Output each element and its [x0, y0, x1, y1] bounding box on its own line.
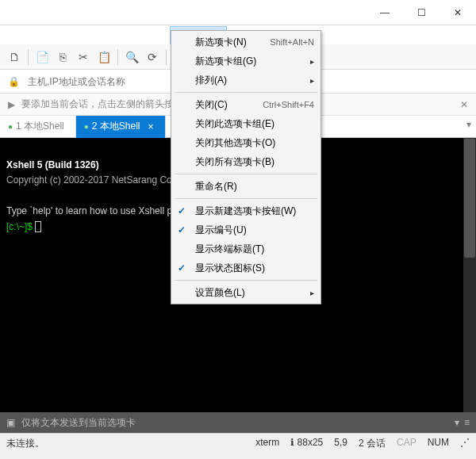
cursor-icon [35, 221, 41, 232]
menuitem-label: 显示编号(U) [195, 224, 314, 237]
status-cap: CAP [397, 437, 416, 450]
open-icon[interactable]: 📄 [33, 48, 52, 67]
menuitem-show-newtab-button[interactable]: ✓ 显示新建选项卡按钮(W) [173, 201, 319, 220]
tabs-dropdown-menu: 新选项卡(N) Shift+Alt+N 新选项卡组(G) ▸ 排列(A) ▸ 关… [171, 30, 321, 304]
menuitem-label: 显示终端标题(T) [195, 243, 314, 256]
menu-separator [175, 280, 317, 281]
find-icon[interactable]: 🔍 [122, 48, 141, 67]
submenu-arrow-icon: ▸ [310, 76, 314, 85]
menuitem-close[interactable]: 关闭(C) Ctrl+Shift+F4 [173, 95, 319, 114]
tab-label: 2 本地Shell [92, 120, 140, 133]
send-menu-icon[interactable]: ≡ [464, 417, 470, 428]
submenu-arrow-icon: ▸ [310, 289, 314, 297]
minimize-button[interactable]: — [367, 0, 403, 25]
menuitem-show-number[interactable]: ✓ 显示编号(U) [173, 220, 319, 239]
menuitem-label: 关闭所有选项卡(B) [195, 155, 314, 169]
separator [117, 49, 118, 65]
tab-label: 1 本地Shell [16, 120, 64, 133]
resize-grip-icon[interactable]: ⋰ [460, 437, 470, 450]
status-size: ℹ 88x25 [290, 437, 323, 450]
status-dot-icon: ● [84, 122, 89, 131]
status-cursor-pos: 5,9 [334, 437, 347, 450]
check-icon: ✓ [178, 262, 186, 273]
menu-separator [175, 174, 317, 174]
menu-separator [175, 198, 317, 199]
send-dropdown-icon[interactable]: ▾ [455, 417, 459, 428]
menuitem-label: 关闭(C) [195, 98, 263, 112]
menuitem-set-color[interactable]: 设置颜色(L) ▸ [173, 283, 319, 302]
new-session-icon[interactable]: 🗋 [5, 48, 24, 67]
vertical-scrollbar[interactable] [463, 138, 476, 412]
menuitem-close-others[interactable]: 关闭其他选项卡(O) [173, 133, 319, 152]
status-bar: 未连接。 xterm ℹ 88x25 5,9 2 会话 CAP NUM ⋰ [0, 433, 476, 453]
terminal-prompt: [c:\~]$ [6, 221, 35, 232]
close-button[interactable]: ✕ [440, 0, 476, 25]
menuitem-close-all[interactable]: 关闭所有选项卡(B) [173, 152, 319, 171]
status-session-count: 2 会话 [359, 437, 386, 450]
status-dot-icon: ● [8, 122, 13, 131]
tab-close-icon[interactable]: × [148, 121, 154, 132]
window-titlebar: — ☐ ✕ [0, 0, 476, 25]
send-bar: ▣ 仅将文本发送到当前选项卡 ▾ ≡ [0, 412, 476, 433]
menuitem-close-group[interactable]: 关闭此选项卡组(E) [173, 114, 319, 133]
send-mode-text: 仅将文本发送到当前选项卡 [21, 416, 136, 430]
menuitem-label: 排列(A) [195, 74, 310, 87]
paste-icon[interactable]: 📋 [94, 48, 113, 67]
menuitem-label: 显示状态图标(S) [195, 262, 314, 275]
reconnect-icon[interactable]: ⟳ [143, 48, 162, 67]
status-termtype: xterm [255, 437, 279, 450]
menuitem-arrange[interactable]: 排列(A) ▸ [173, 71, 319, 90]
menuitem-show-status-icon[interactable]: ✓ 显示状态图标(S) [173, 258, 319, 277]
menuitem-show-terminal-title[interactable]: 显示终端标题(T) [173, 239, 319, 258]
menuitem-new-tab-group[interactable]: 新选项卡组(G) ▸ [173, 52, 319, 71]
status-connection: 未连接。 [6, 437, 44, 450]
menuitem-label: 关闭此选项卡组(E) [195, 117, 314, 131]
menuitem-label: 重命名(R) [195, 180, 314, 193]
menuitem-label: 设置颜色(L) [195, 286, 310, 300]
menuitem-label: 新选项卡组(G) [195, 55, 310, 68]
lock-icon: 🔒 [8, 76, 20, 87]
session-tab-2[interactable]: ● 2 本地Shell × [76, 116, 166, 138]
terminal-title: Xshell 5 (Build 1326) [6, 159, 99, 170]
status-num: NUM [428, 437, 449, 450]
menuitem-label: 关闭其他选项卡(O) [195, 136, 314, 150]
check-icon: ✓ [178, 224, 186, 235]
menuitem-accelerator: Shift+Alt+N [270, 37, 314, 47]
check-icon: ✓ [178, 205, 186, 216]
menuitem-rename[interactable]: 重命名(R) [173, 177, 319, 196]
menuitem-label: 新选项卡(N) [195, 36, 270, 49]
arrow-icon[interactable]: ▶ [8, 99, 15, 110]
tab-overflow-icon[interactable]: ▾ [466, 119, 471, 130]
menuitem-label: 显示新建选项卡按钮(W) [195, 205, 314, 218]
send-mode-icon[interactable]: ▣ [6, 417, 15, 428]
menuitem-accelerator: Ctrl+Shift+F4 [263, 100, 314, 109]
maximize-button[interactable]: ☐ [403, 0, 440, 25]
separator [28, 49, 29, 65]
copy-icon[interactable]: ⎘ [53, 48, 72, 67]
menu-separator [175, 92, 317, 93]
separator [166, 49, 167, 65]
cut-icon[interactable]: ✂ [74, 48, 93, 67]
info-text: 要添加当前会话，点击左侧的箭头按钮。 [21, 98, 193, 111]
submenu-arrow-icon: ▸ [310, 57, 314, 66]
session-tab-1[interactable]: ● 1 本地Shell [0, 116, 76, 138]
scrollbar-thumb[interactable] [464, 139, 475, 258]
menuitem-new-tab[interactable]: 新选项卡(N) Shift+Alt+N [173, 33, 319, 52]
info-close-icon[interactable]: ✕ [460, 99, 468, 110]
